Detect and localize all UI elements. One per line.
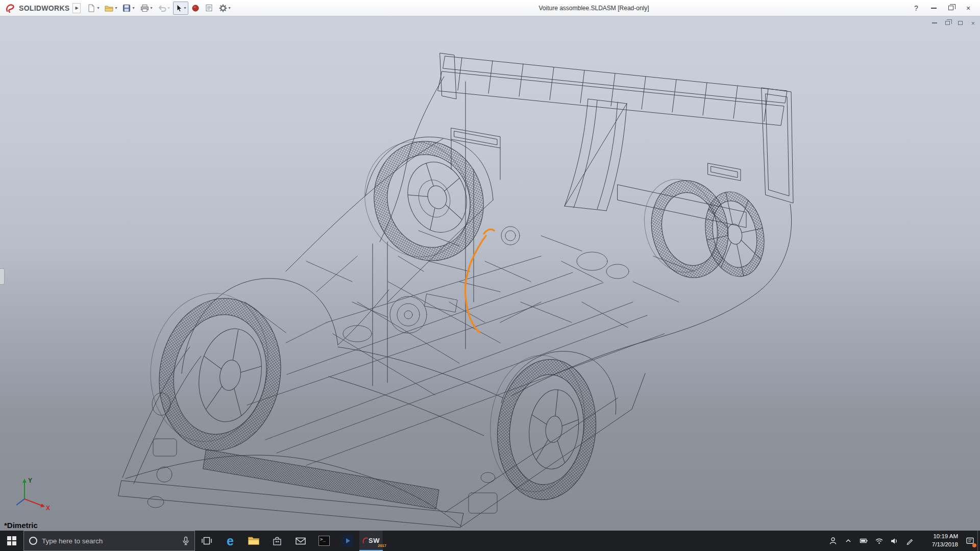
solidworks-brand: SOLIDWORKS	[3, 3, 71, 14]
file-properties-button[interactable]	[203, 2, 215, 15]
wifi-icon	[875, 537, 884, 545]
document-window-controls: ×	[932, 19, 975, 27]
new-document-button[interactable]: ▾	[85, 2, 101, 15]
taskbar: e >_ SW 2017	[0, 531, 980, 551]
minimize-button[interactable]	[925, 2, 942, 15]
chevron-up-icon	[845, 537, 852, 544]
rear-right-wheel[interactable]	[636, 163, 772, 294]
options-button[interactable]: ▾	[216, 2, 233, 15]
taskbar-search[interactable]	[23, 531, 195, 551]
window-controls: ? ×	[908, 2, 977, 15]
front-splitter-mesh	[203, 449, 439, 509]
select-tool-button[interactable]: ▾	[173, 2, 188, 15]
command-prompt-icon: >_	[318, 536, 330, 546]
open-icon	[104, 4, 114, 13]
print-button[interactable]: ▾	[138, 2, 155, 15]
close-button[interactable]: ×	[960, 2, 977, 15]
task-view-icon	[201, 536, 212, 546]
chevron-down-icon: ▾	[168, 6, 170, 10]
panel-collapse-tab[interactable]	[0, 268, 5, 285]
brand-text: SOLIDWORKS	[19, 4, 69, 12]
task-view-button[interactable]	[195, 531, 218, 551]
taskbar-clock[interactable]: 10:19 AM 7/13/2018	[917, 531, 962, 551]
highlighted-edge[interactable]	[465, 230, 494, 333]
search-mic-icon[interactable]	[182, 536, 189, 545]
open-button[interactable]: ▾	[102, 2, 119, 15]
wireframe-car-model[interactable]	[0, 16, 980, 531]
rear-left-wheel[interactable]	[350, 124, 499, 278]
start-icon	[7, 536, 16, 545]
cortana-circle-icon	[29, 537, 37, 545]
media-app-button[interactable]	[336, 531, 359, 551]
view-orientation-label: *Dimetric	[4, 521, 38, 530]
chevron-down-icon: ▾	[115, 6, 117, 10]
undo-button[interactable]: ▾	[156, 2, 172, 15]
titlebar: SOLIDWORKS ▶ ▾ ▾ ▾ ▾	[0, 0, 980, 16]
chevron-down-icon: ▾	[229, 6, 231, 10]
clock-date: 7/13/2018	[932, 541, 958, 549]
pen-button[interactable]	[902, 531, 917, 551]
chevron-down-icon: ▾	[97, 6, 99, 10]
restore-icon	[945, 21, 950, 25]
mail-app-button[interactable]	[289, 531, 312, 551]
orientation-triad-icon: Y X	[12, 474, 55, 511]
chevron-down-icon: ▾	[184, 6, 186, 10]
notification-badge	[972, 543, 976, 547]
volume-button[interactable]	[887, 531, 902, 551]
store-icon	[272, 535, 283, 546]
start-button[interactable]	[0, 531, 23, 551]
toolbar-expand-button[interactable]: ▶	[72, 3, 81, 13]
file-explorer-icon	[248, 536, 260, 546]
new-document-icon	[87, 4, 96, 13]
help-button[interactable]: ?	[908, 2, 925, 15]
minimize-icon	[931, 8, 937, 9]
main-toolbar: ▾ ▾ ▾ ▾ ▾	[85, 2, 232, 15]
hidden-icons-button[interactable]	[841, 531, 856, 551]
rebuild-icon	[191, 4, 200, 12]
battery-icon	[860, 537, 868, 545]
people-button[interactable]	[825, 531, 841, 551]
restore-button[interactable]	[942, 2, 960, 15]
solidworks-logo-icon	[5, 3, 16, 14]
doc-maximize-button[interactable]	[958, 19, 963, 27]
front-right-wheel[interactable]	[483, 350, 603, 505]
maximize-icon	[958, 21, 963, 25]
search-input[interactable]	[42, 537, 178, 545]
chevron-down-icon: ▾	[132, 6, 134, 10]
document-title: Voiture assomblee.SLDASM [Read-only]	[538, 5, 649, 12]
print-icon	[140, 4, 150, 13]
doc-restore-button[interactable]	[945, 19, 950, 27]
people-icon	[829, 537, 837, 545]
command-prompt-button[interactable]: >_	[312, 531, 336, 551]
save-icon	[122, 4, 131, 13]
file-explorer-button[interactable]	[242, 531, 265, 551]
mail-icon	[295, 536, 306, 545]
triad-x-label: X	[46, 505, 50, 511]
select-cursor-icon	[175, 4, 183, 13]
solidworks-app-button[interactable]: SW 2017	[359, 531, 383, 551]
graphics-viewport[interactable]: × Y X *Dimetric	[0, 16, 980, 531]
solidworks-logo-icon	[362, 536, 369, 544]
network-button[interactable]	[871, 531, 887, 551]
doc-close-button[interactable]: ×	[971, 19, 975, 27]
rebuild-button[interactable]	[189, 2, 202, 15]
store-app-button[interactable]	[265, 531, 289, 551]
front-left-wheel[interactable]	[138, 284, 293, 461]
doc-minimize-button[interactable]	[932, 19, 937, 27]
sw-year-badge: 2017	[378, 543, 386, 548]
triad-y-label: Y	[28, 477, 32, 484]
solidworks-taskbar-icon: SW 2017	[362, 536, 380, 544]
action-center-button[interactable]	[962, 531, 977, 551]
chevron-down-icon: ▾	[151, 6, 153, 10]
battery-button[interactable]	[856, 531, 871, 551]
edge-icon: e	[227, 535, 234, 547]
show-desktop-button[interactable]	[977, 531, 980, 551]
undo-icon	[158, 4, 167, 13]
pen-icon	[906, 537, 914, 545]
restore-icon	[948, 6, 953, 10]
save-button[interactable]: ▾	[120, 2, 136, 15]
options-gear-icon	[218, 4, 228, 13]
clock-time: 10:19 AM	[933, 533, 958, 541]
edge-app-button[interactable]: e	[218, 531, 242, 551]
minimize-icon	[932, 22, 937, 23]
